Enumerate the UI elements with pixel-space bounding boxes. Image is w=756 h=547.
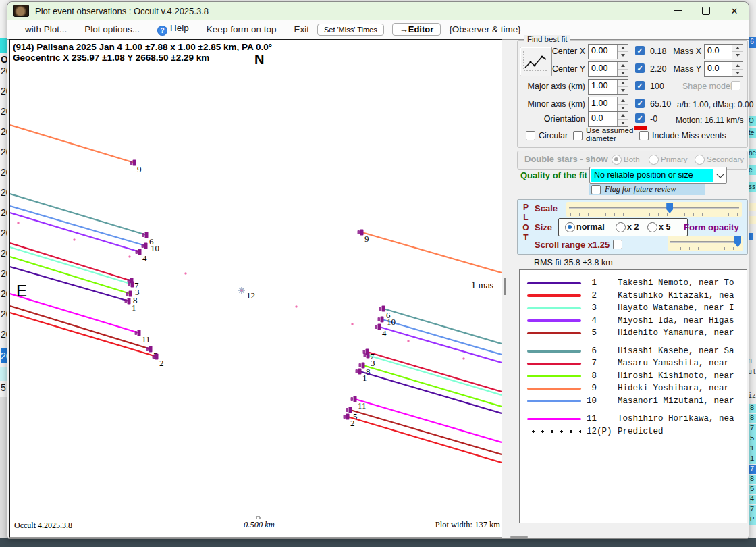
center-x-checkbox[interactable]: ✓ <box>635 46 645 55</box>
chord-6[interactable] <box>383 309 502 344</box>
minor-axis-checkbox[interactable]: ✓ <box>635 99 645 108</box>
double-secondary-radio[interactable] <box>695 155 705 165</box>
predicted-marker-label: 12 <box>246 290 255 301</box>
orientation-spinner[interactable]: 0.0 <box>588 111 628 127</box>
legend-row-5[interactable]: 5Hidehito Yamamura, near <box>520 327 747 340</box>
predicted-path-dot <box>184 272 186 274</box>
chord-10[interactable] <box>382 319 502 355</box>
plot-header: (914) Palisana 2025 Jan 4 1.00 ±7.88 x 1… <box>13 42 272 63</box>
legend-row-7[interactable]: 7Masaru Yamashita, near <box>520 357 747 370</box>
chord-1[interactable] <box>10 267 129 301</box>
scale-slider-thumb[interactable] <box>666 203 673 213</box>
center-x-spinner[interactable]: 0.00 <box>588 44 628 59</box>
chord-10[interactable] <box>10 206 146 246</box>
mass-y-spinner[interactable]: 0.0 <box>704 61 743 77</box>
form-opacity-label: Form opacity <box>684 222 739 232</box>
chord-5[interactable] <box>350 410 502 454</box>
minimize-icon <box>674 10 682 11</box>
size-x2-radio[interactable] <box>616 222 626 232</box>
maximize-button[interactable] <box>692 2 720 20</box>
legend-row-10[interactable]: 10Masanori Mizutani, near <box>520 395 747 408</box>
menu-help[interactable]: ?Help <box>157 23 189 36</box>
size-label: Size <box>535 222 552 232</box>
window-resize-grip[interactable] <box>510 536 528 538</box>
legend-row-6[interactable]: 6Hisashi Kasebe, near Sa <box>520 345 747 358</box>
chord-11[interactable] <box>355 399 502 442</box>
double-both-radio[interactable] <box>612 155 622 165</box>
size-x5-radio[interactable] <box>647 222 657 232</box>
editor-button[interactable]: →Editor <box>392 23 441 36</box>
legend-row-4[interactable]: 4Miyoshi Ida, near Higas <box>520 315 747 328</box>
center-y-checkbox[interactable]: ✓ <box>635 63 645 73</box>
chord-3-marker <box>128 282 131 286</box>
size-normal-radio[interactable] <box>565 222 575 232</box>
chord-plot-area[interactable]: 9966101044773388111111552212 (914) Palis… <box>9 39 502 538</box>
chord-2[interactable] <box>348 417 502 463</box>
minor-axis-spinner[interactable]: 1.00 <box>588 97 628 112</box>
double-primary-radio[interactable] <box>649 155 659 165</box>
chord-6-marker <box>382 306 385 312</box>
chord-6-marker <box>379 307 382 311</box>
scale-slider[interactable] <box>566 202 742 217</box>
rms-fit-label: RMS fit 35.8 ±3.8 km <box>534 258 613 267</box>
quality-combobox[interactable]: No reliable position or size <box>589 167 727 184</box>
orientation-checkbox[interactable]: ✓ <box>635 113 645 123</box>
chord-4-label: 4 <box>142 253 147 263</box>
chord-2-marker <box>344 415 346 419</box>
legend-row-12(P)[interactable]: 12(P)Predicted <box>520 425 747 438</box>
chord-6-marker <box>142 233 145 237</box>
assumed-diameter-checkbox[interactable] <box>573 131 583 140</box>
chord-3[interactable] <box>368 355 502 395</box>
menu-with-plot[interactable]: with Plot... <box>25 24 67 34</box>
chord-9-marker <box>360 230 364 236</box>
chord-4[interactable] <box>379 327 502 363</box>
menu-plot-options[interactable]: Plot options... <box>84 24 140 34</box>
chord-3[interactable] <box>10 247 132 284</box>
observer-legend-list[interactable]: 1Takeshi Nemoto, near To 2Katsuhiko Kita… <box>519 269 747 523</box>
chord-6[interactable] <box>10 194 146 235</box>
shape-model-checkbox[interactable] <box>731 81 740 90</box>
legend-color-swatch <box>527 294 581 297</box>
km-scale-bracket <box>256 517 260 519</box>
scroll-range-checkbox[interactable] <box>613 240 622 249</box>
chord-4[interactable] <box>10 213 140 252</box>
menu-bar: with Plot... Plot options... ?Help Keep … <box>7 20 749 40</box>
plot-width-label: Plot width: 137 km <box>422 520 500 530</box>
set-miss-times-button[interactable]: Set 'Miss' Times <box>317 24 384 36</box>
mass-x-spinner[interactable]: 0.0 <box>704 44 743 59</box>
legend-observer-name: Predicted <box>618 427 747 436</box>
close-button[interactable]: ✕ <box>720 2 749 20</box>
chord-9[interactable] <box>362 232 502 273</box>
form-opacity-slider-thumb[interactable] <box>734 236 741 247</box>
legend-row-2[interactable]: 2Katsuhiko Kitazaki, nea <box>520 290 747 303</box>
orientation-fit-value: -0 <box>650 114 657 124</box>
chord-1-marker <box>128 298 131 305</box>
form-opacity-slider[interactable] <box>668 236 743 251</box>
chord-4-label: 4 <box>382 328 387 338</box>
minimize-button[interactable] <box>664 2 692 20</box>
center-y-spinner[interactable]: 0.00 <box>588 61 628 77</box>
major-axis-spinner[interactable]: 1.00 <box>588 79 628 95</box>
flag-review-checkbox[interactable] <box>591 185 601 194</box>
km-scale-label: 0.500 km <box>244 520 275 530</box>
legend-row-8[interactable]: 8Hiroshi Kishimoto, near <box>520 370 747 383</box>
chord-5[interactable] <box>10 306 151 349</box>
major-axis-fit-value: 100 <box>650 82 664 91</box>
predicted-path-dot <box>73 238 75 240</box>
chord-2-label: 2 <box>350 418 355 428</box>
predicted-path-dot <box>128 255 130 257</box>
circular-checkbox[interactable] <box>526 131 535 140</box>
legend-row-11[interactable]: 11Toshihiro Horikawa, nea <box>520 413 747 425</box>
legend-color-swatch <box>527 282 581 285</box>
menu-keep-on-top[interactable]: Keep form on top <box>207 24 277 34</box>
major-axis-checkbox[interactable]: ✓ <box>635 81 645 90</box>
include-miss-checkbox[interactable] <box>639 131 649 140</box>
legend-row-3[interactable]: 3Hayato Watanabe, near I <box>520 302 747 315</box>
chord-2[interactable] <box>10 313 157 357</box>
chord-9[interactable] <box>10 125 134 163</box>
chord-11[interactable] <box>10 294 139 333</box>
menu-exit[interactable]: Exit <box>294 24 309 34</box>
chord-8-marker <box>129 291 132 297</box>
legend-row-9[interactable]: 9Hideki Yoshihara, near <box>520 382 747 395</box>
legend-row-1[interactable]: 1Takeshi Nemoto, near To <box>520 277 747 290</box>
